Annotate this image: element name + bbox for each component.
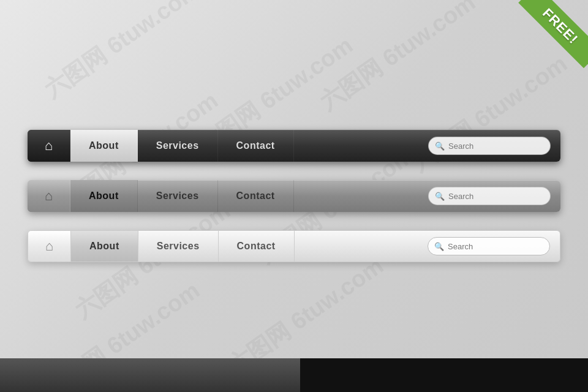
free-label: FREE! xyxy=(518,0,588,68)
search-area-dark: 🔍 xyxy=(294,130,560,162)
bottom-bar-right xyxy=(300,358,588,392)
search-input-light[interactable] xyxy=(448,242,543,251)
search-icon-dark: 🔍 xyxy=(435,141,445,151)
search-icon-medium: 🔍 xyxy=(435,192,445,201)
bottom-bar-left xyxy=(0,358,300,392)
nav-about-dark[interactable]: About xyxy=(70,130,138,162)
nav-contact-dark[interactable]: Contact xyxy=(218,130,294,162)
nav-services-dark[interactable]: Services xyxy=(138,130,218,162)
search-box-dark[interactable]: 🔍 xyxy=(428,137,551,155)
home-icon-dark: ⌂ xyxy=(45,138,53,154)
search-input-medium[interactable] xyxy=(448,192,544,201)
home-icon-light: ⌂ xyxy=(45,238,53,254)
navbar-medium: ⌂ About Services Contact 🔍 xyxy=(28,180,560,212)
navbar-dark: ⌂ About Services Contact 🔍 xyxy=(28,130,560,162)
free-banner: FREE! xyxy=(508,0,588,80)
nav-about-medium[interactable]: About xyxy=(70,180,138,212)
search-icon-light: 🔍 xyxy=(434,242,444,251)
home-button-light[interactable]: ⌂ xyxy=(28,231,71,262)
home-button-medium[interactable]: ⌂ xyxy=(28,180,70,212)
navbars-container: ⌂ About Services Contact 🔍 ⌂ About Servi… xyxy=(0,0,588,392)
home-button-dark[interactable]: ⌂ xyxy=(28,130,70,162)
navbar-light: ⌂ About Services Contact 🔍 xyxy=(28,230,560,262)
nav-about-light[interactable]: About xyxy=(71,231,138,262)
nav-contact-medium[interactable]: Contact xyxy=(218,180,294,212)
nav-contact-light[interactable]: Contact xyxy=(219,231,295,262)
search-area-medium: 🔍 xyxy=(294,180,560,212)
search-area-light: 🔍 xyxy=(295,231,560,262)
search-box-light[interactable]: 🔍 xyxy=(428,237,550,255)
nav-services-light[interactable]: Services xyxy=(138,231,219,262)
home-icon-medium: ⌂ xyxy=(45,188,53,204)
search-box-medium[interactable]: 🔍 xyxy=(428,187,551,205)
search-input-dark[interactable] xyxy=(448,141,544,151)
nav-services-medium[interactable]: Services xyxy=(138,180,218,212)
